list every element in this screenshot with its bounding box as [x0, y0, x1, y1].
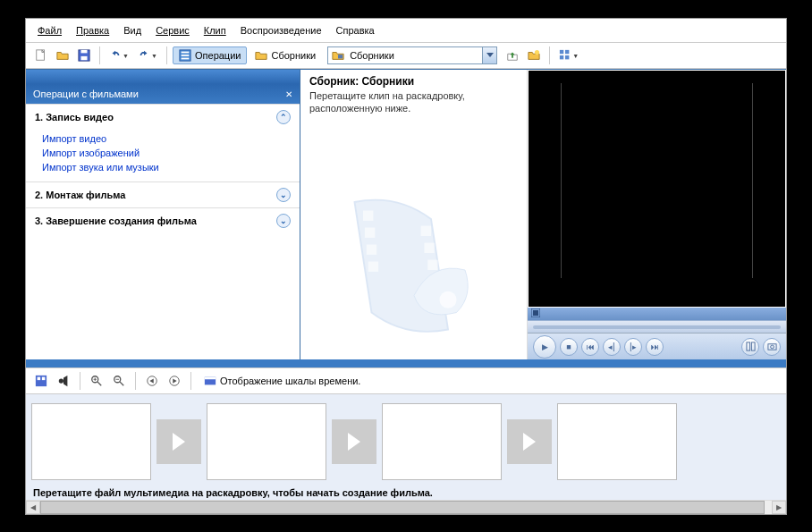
toggle-timeline-label: Отображение шкалы времени. [220, 376, 360, 386]
storyboard-slot[interactable] [557, 403, 677, 480]
collection-title: Сборник: Сборники [309, 75, 518, 88]
step-back-button[interactable]: ◂ǀ [603, 338, 621, 356]
chevron-down-icon[interactable]: ⌄ [276, 188, 291, 202]
undo-button[interactable]: ▼ [106, 46, 132, 65]
svg-line-37 [120, 382, 123, 385]
storyboard-slot[interactable] [382, 403, 502, 480]
content-area: Операции с фильмами ✕ 1. Запись видео ⌃ … [26, 69, 786, 359]
svg-rect-6 [182, 55, 190, 56]
preview-info-bar [528, 308, 786, 320]
timeline-toolbar: Отображение шкалы времени. [26, 367, 786, 394]
step-fwd-button[interactable]: ǀ▸ [624, 338, 642, 356]
menu-edit[interactable]: Правка [70, 22, 115, 38]
svg-rect-15 [364, 228, 374, 238]
menubar: Файл Правка Вид Сервис Клип Воспроизведе… [26, 19, 786, 43]
transition-slot[interactable] [332, 419, 376, 464]
toggle-timeline-button[interactable]: Отображение шкалы времени. [198, 372, 367, 390]
location-text: Сборники [346, 50, 482, 61]
split-button[interactable] [741, 338, 759, 356]
scroll-left-button[interactable]: ◀ [26, 501, 40, 514]
rewind-timeline-button[interactable] [142, 371, 162, 391]
menu-help[interactable]: Справка [330, 22, 381, 38]
up-level-button[interactable] [503, 46, 522, 65]
menu-play[interactable]: Воспроизведение [234, 22, 328, 38]
task-import-video[interactable]: Импорт видео [42, 131, 291, 146]
tasks-toggle-button[interactable]: Операции [173, 46, 247, 64]
svg-rect-23 [533, 310, 538, 316]
svg-rect-16 [366, 245, 376, 255]
svg-rect-14 [363, 211, 373, 221]
preview-screen [529, 71, 785, 307]
menu-view[interactable]: Вид [117, 22, 148, 38]
tasks-panel: Операции с фильмами ✕ 1. Запись видео ⌃ … [26, 70, 300, 359]
save-button[interactable] [74, 46, 94, 65]
svg-rect-17 [368, 262, 377, 272]
svg-rect-5 [182, 52, 190, 54]
preview-seek-bar[interactable] [528, 320, 786, 333]
svg-rect-10 [560, 50, 563, 54]
svg-rect-12 [560, 55, 563, 59]
transition-slot[interactable] [156, 419, 201, 464]
svg-rect-29 [38, 377, 41, 381]
new-project-button[interactable] [31, 46, 51, 65]
fullscreen-icon[interactable] [531, 308, 540, 319]
task-group-edit[interactable]: 2. Монтаж фильма ⌄ [26, 182, 300, 207]
svg-rect-2 [81, 56, 88, 60]
new-folder-button[interactable] [524, 46, 544, 65]
svg-rect-11 [565, 50, 569, 54]
collection-subtitle: Перетащите клип на раскадровку, располож… [309, 89, 518, 115]
svg-rect-30 [42, 377, 46, 381]
svg-point-9 [535, 50, 539, 55]
svg-rect-42 [205, 377, 216, 380]
zoom-in-button[interactable] [87, 371, 106, 391]
svg-rect-19 [424, 243, 434, 253]
menu-tools[interactable]: Сервис [149, 22, 196, 38]
play-timeline-button[interactable] [165, 371, 184, 391]
chevron-up-icon[interactable]: ⌃ [276, 110, 291, 124]
next-button[interactable]: ⏭ [646, 338, 664, 356]
horizontal-scrollbar[interactable]: ◀ ▶ [26, 500, 786, 514]
zoom-out-button[interactable] [109, 371, 129, 391]
task-import-pictures[interactable]: Импорт изображений [42, 146, 291, 160]
open-button[interactable] [53, 46, 72, 65]
audio-levels-button[interactable] [54, 371, 73, 391]
scroll-right-button[interactable]: ▶ [772, 501, 786, 514]
transition-slot[interactable] [507, 419, 552, 464]
close-icon[interactable]: ✕ [285, 89, 292, 99]
svg-rect-18 [420, 226, 430, 236]
menu-clip[interactable]: Клип [198, 22, 233, 38]
preview-panel: ▶ ■ ⏮ ◂ǀ ǀ▸ ⏭ [527, 70, 786, 359]
timeline-view-button[interactable] [31, 371, 51, 391]
collections-toggle-button[interactable]: Сборники [249, 46, 322, 64]
views-button[interactable]: ▼ [555, 46, 582, 65]
svg-rect-3 [81, 50, 88, 54]
panel-divider[interactable] [26, 359, 786, 367]
svg-rect-8 [338, 55, 343, 58]
stop-button[interactable]: ■ [560, 338, 578, 356]
storyboard-slot[interactable] [31, 403, 151, 480]
chevron-down-icon[interactable] [482, 47, 496, 63]
scroll-thumb[interactable] [40, 501, 765, 514]
svg-rect-25 [751, 342, 755, 350]
svg-point-21 [439, 291, 456, 308]
storyboard[interactable] [26, 394, 786, 484]
svg-rect-7 [182, 58, 190, 60]
chevron-down-icon[interactable]: ⌄ [276, 214, 291, 228]
tasks-toggle-label: Операции [195, 50, 241, 61]
location-dropdown[interactable]: Сборники [327, 46, 497, 64]
tasks-title: Операции с фильмами [33, 89, 139, 99]
svg-rect-24 [746, 342, 749, 350]
storyboard-slot[interactable] [207, 403, 326, 480]
prev-button[interactable]: ⏮ [581, 338, 599, 356]
play-button[interactable]: ▶ [533, 335, 556, 359]
collections-panel: Сборник: Сборники Перетащите клип на рас… [300, 70, 527, 359]
collections-toggle-label: Сборники [271, 50, 316, 61]
menu-file[interactable]: Файл [31, 22, 68, 38]
task-group-capture[interactable]: 1. Запись видео ⌃ [26, 105, 300, 130]
snapshot-button[interactable] [763, 338, 781, 356]
toolbar: ▼ ▼ Операции Сборники Сборники ▼ [26, 43, 786, 69]
preview-controls: ▶ ■ ⏮ ◂ǀ ǀ▸ ⏭ [528, 333, 786, 359]
redo-button[interactable]: ▼ [134, 46, 161, 65]
task-import-audio[interactable]: Импорт звука или музыки [42, 160, 291, 174]
task-group-finish[interactable]: 3. Завершение создания фильма ⌄ [26, 208, 300, 233]
